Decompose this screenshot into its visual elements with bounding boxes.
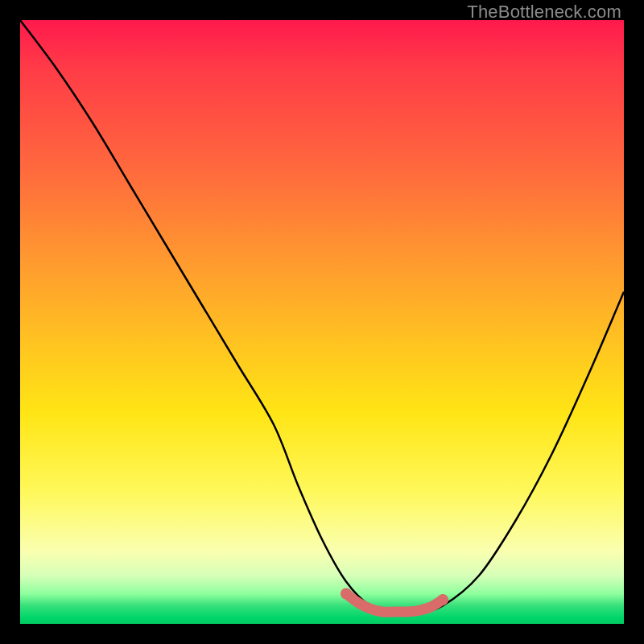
watermark-text: TheBottleneck.com (467, 2, 621, 23)
chart-frame: TheBottleneck.com (0, 0, 644, 644)
chart-svg (20, 20, 624, 624)
region-endpoint-left (341, 588, 352, 600)
bottleneck-flat-region (346, 594, 443, 613)
bottleneck-curve (20, 20, 624, 613)
region-endpoint-right (437, 594, 448, 605)
